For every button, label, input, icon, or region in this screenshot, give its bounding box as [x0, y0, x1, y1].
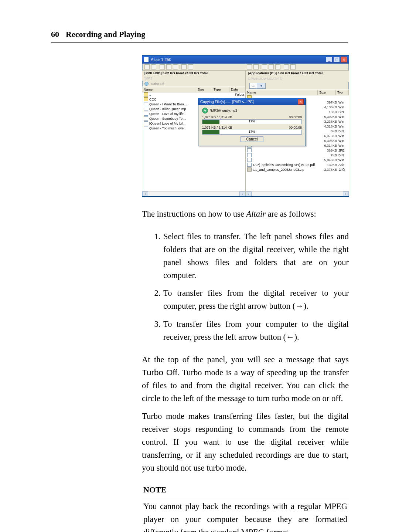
refresh-icon[interactable] [284, 64, 289, 70]
folder-icon [144, 92, 148, 96]
toolbar [142, 64, 349, 71]
instruction-list: Select files to transfer. The left panel… [142, 230, 349, 344]
tool-icon[interactable] [253, 64, 259, 70]
list-item[interactable]: 5,046KBWin [246, 158, 349, 163]
arrow-right-icon[interactable] [166, 64, 171, 70]
progress-bar: 17% [202, 119, 302, 124]
progress-bytes: 1,073 KB / 6,314 KB [202, 126, 232, 129]
tool-icon[interactable] [173, 64, 178, 70]
dialog-title: Copying File(s)...... [PVR <-- PC] [200, 100, 298, 104]
turbo-toggle-row: Turbo Off [142, 81, 245, 87]
scroll-right-icon[interactable]: › [239, 192, 245, 197]
drive-combo[interactable]: C:▾ [249, 83, 266, 89]
list-item[interactable]: 369KBJPE [246, 148, 349, 153]
cancel-button[interactable]: Cancel [241, 136, 263, 142]
list-item[interactable]: 7KBBIN [246, 153, 349, 158]
list-item[interactable]: tap_and_samples_2005June03.zip3,378KB압축 [246, 167, 349, 172]
tool-icon[interactable] [144, 64, 150, 70]
progress-bytes: 1,073 KB / 6,314 KB [202, 115, 232, 119]
copy-dialog: Copying File(s)...... [PVR <-- PC] × ⇆ \… [198, 98, 306, 146]
turbo-paragraph-2: Turbo mode makes transferring files fast… [142, 410, 349, 474]
tool-icon[interactable] [247, 64, 252, 70]
intro-paragraph: The instructions on how to use Altair ar… [142, 208, 349, 221]
step-item: To transfer files from your computer to … [163, 318, 349, 344]
turbo-off-label: Turbo Off [142, 368, 177, 377]
pvr-caption: [PVR HDD] 5.62 GB Free/ 74.53 GB Total [142, 71, 245, 76]
folder-icon [144, 97, 148, 101]
pvr-path: \MP3 [142, 76, 245, 81]
file-icon [144, 121, 148, 125]
scroll-right-icon[interactable]: › [343, 192, 349, 197]
list-item[interactable]: ..Folder [142, 92, 245, 97]
page-number: 60 [51, 30, 59, 39]
turbo-paragraph-1: At the top of the panel, you will see a … [142, 353, 349, 405]
window-title: Altair 1.250 [151, 57, 325, 62]
pc-caption: [Applications (C:)] 6.06 GB Free/ 19.53 … [246, 71, 349, 76]
file-icon [144, 112, 148, 116]
file-icon [247, 163, 252, 167]
scroll-left-icon[interactable]: ‹ [246, 192, 252, 197]
zip-icon [247, 167, 252, 172]
minimize-button[interactable]: _ [326, 57, 332, 62]
note-box: NOTE You cannot play back the recordings… [142, 483, 349, 532]
tool-icon[interactable] [151, 64, 156, 70]
pvr-column-header[interactable]: Name Size Type Date [142, 87, 245, 92]
note-body: You cannot play back the recordings with… [142, 497, 349, 532]
dialog-close-button[interactable]: × [298, 99, 304, 105]
tool-icon[interactable] [275, 64, 280, 70]
file-icon [247, 148, 252, 152]
app-name-italic: Altair [246, 209, 266, 218]
pc-column-header[interactable]: Name Size Typ [246, 89, 349, 95]
turbo-label[interactable]: Turbo Off [150, 82, 164, 86]
chevron-down-icon[interactable]: ▾ [257, 83, 265, 88]
refresh-icon[interactable] [181, 64, 187, 70]
maximize-button[interactable]: □ [333, 57, 340, 62]
progress-time: 00:00:08 [289, 126, 302, 129]
arrow-left-icon[interactable] [262, 64, 267, 70]
step-item: To transfer files from the digital recei… [163, 287, 349, 313]
dialog-titlebar[interactable]: Copying File(s)...... [PVR <-- PC] × [198, 98, 306, 105]
app-icon [144, 57, 149, 62]
tool-icon[interactable] [290, 64, 296, 70]
step-item: Select files to transfer. The left panel… [163, 230, 349, 282]
progress-bar: 17% [202, 130, 302, 135]
altair-screenshot: Altair 1.250 _ □ × [142, 55, 349, 197]
pc-path: C:\WINDOWS\DATA\작 [246, 76, 349, 82]
list-item[interactable]: TAP(Topfield's Customizing API) v1.22.pd… [246, 163, 349, 167]
progress-time: 00:00:08 [289, 115, 302, 119]
file-icon [144, 107, 148, 111]
arrow-left-icon[interactable] [160, 64, 165, 70]
file-icon [144, 116, 148, 121]
copying-file-name: \MP3\H ously.mp3 [210, 109, 237, 112]
turbo-toggle-icon[interactable] [144, 82, 149, 86]
file-icon [144, 102, 148, 106]
file-icon [247, 153, 252, 157]
section-title: Recording and Playing [66, 30, 145, 39]
window-titlebar[interactable]: Altair 1.250 _ □ × [142, 55, 349, 64]
note-heading: NOTE [142, 483, 349, 497]
close-button[interactable]: × [341, 57, 347, 62]
page-header: 60 Recording and Playing [51, 30, 348, 43]
scroll-left-icon[interactable]: ‹ [142, 192, 148, 197]
tool-icon[interactable] [188, 64, 193, 70]
arrow-right-icon[interactable] [269, 64, 274, 70]
status-icon: ⇆ [202, 108, 208, 113]
file-icon [247, 158, 252, 162]
file-icon [144, 126, 148, 130]
